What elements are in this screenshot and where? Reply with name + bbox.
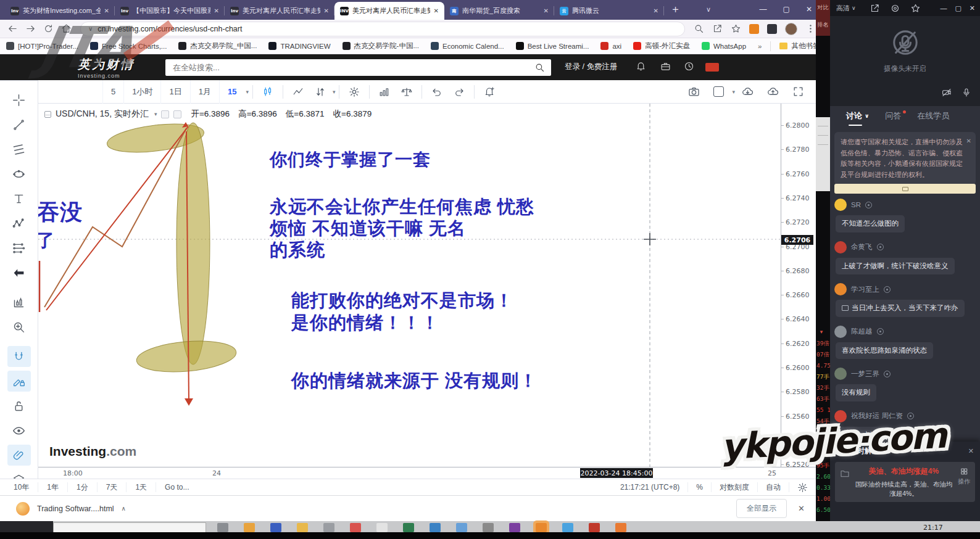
stream-record-icon[interactable] <box>890 3 900 14</box>
profile-avatar[interactable] <box>785 23 797 35</box>
other-bookmarks[interactable]: 其他书签 <box>779 41 816 51</box>
metamask-extension-icon[interactable] <box>749 24 759 34</box>
text-tool[interactable] <box>7 188 31 209</box>
reload-icon[interactable] <box>43 23 54 34</box>
tab-search-chevron-icon[interactable]: ∨ <box>706 6 711 14</box>
range-button[interactable]: 1分 <box>68 482 98 492</box>
trend-line-tool[interactable] <box>7 114 31 135</box>
camera-toggle-icon[interactable] <box>942 88 952 97</box>
chart-legend[interactable]: — USD/CNH, 15, 实时外汇 ▾ 开=6.3896高=6.3896低=… <box>44 109 372 120</box>
login-link[interactable]: 登录 / 免费注册 <box>565 62 617 72</box>
tab-close-icon[interactable]: ✕ <box>544 7 549 14</box>
taskbar-app-icon[interactable] <box>350 523 361 532</box>
tab-close-icon[interactable]: ✕ <box>104 7 109 14</box>
bookmark-item[interactable]: 杰克交易学院_中国... <box>178 41 257 51</box>
chart-plot-area[interactable]: — USD/CNH, 15, 实时外汇 ▾ 开=6.3896高=6.3896低=… <box>38 104 781 467</box>
collapse-legend-icon[interactable]: — <box>44 111 51 118</box>
maximize-button[interactable]: ▢ <box>783 5 790 14</box>
search-icon[interactable] <box>534 62 545 73</box>
investing-logo[interactable]: 英为财情 Investing.com <box>78 56 164 79</box>
layout-icon[interactable] <box>707 86 731 97</box>
legend-caret-icon[interactable]: ▾ <box>154 111 157 117</box>
compare-icon[interactable] <box>309 86 331 97</box>
taskbar-app-icon[interactable] <box>244 523 255 532</box>
tab-close-icon[interactable]: ✕ <box>434 7 439 14</box>
bookmark-star-icon[interactable] <box>731 23 741 34</box>
portfolio-icon[interactable] <box>660 61 671 72</box>
cloud-upload-icon[interactable] <box>760 86 786 97</box>
taskbar-app-icon[interactable] <box>536 523 547 532</box>
taskbar-app-icon[interactable] <box>430 523 441 532</box>
popup-close-icon[interactable]: ✕ <box>968 447 974 455</box>
downloaded-filename[interactable]: Trading Softwar....html <box>37 504 114 513</box>
taskbar-app-icon[interactable] <box>217 523 228 532</box>
tab-close-icon[interactable]: ✕ <box>654 7 658 14</box>
timeframe-caret-icon[interactable]: ▾ <box>246 89 249 95</box>
download-caret-icon[interactable]: ∧ <box>122 505 126 512</box>
draw-lock-tool[interactable] <box>7 371 31 392</box>
news-action[interactable]: 操作 <box>958 467 970 486</box>
log-scale-button[interactable]: 对数刻度 <box>711 482 757 492</box>
indicators-icon[interactable] <box>373 86 396 97</box>
bookmark-item[interactable]: Economic Calend... <box>431 42 504 50</box>
measure-tool[interactable] <box>7 292 31 313</box>
new-tab-button[interactable]: ＋ <box>670 2 681 16</box>
browser-tab[interactable]: 南南华期货_百度搜索✕ <box>444 2 554 20</box>
price-axis[interactable]: 6.28006.27806.27606.27406.27206.27006.26… <box>781 104 816 467</box>
taskbar-app-icon[interactable] <box>270 523 281 532</box>
zoom-in-tool[interactable] <box>7 316 31 337</box>
cloud-download-icon[interactable] <box>735 86 760 97</box>
bookmark-item[interactable]: Best Live Streami... <box>516 42 589 50</box>
address-bar[interactable]: ∨ cn.investing.com/currencies/usd-cnh-ch… <box>80 22 685 36</box>
undo-icon[interactable] <box>426 86 448 97</box>
site-info-icon[interactable]: ∨ <box>88 25 93 32</box>
taskbar-app-icon[interactable] <box>509 523 520 532</box>
bookmark-item[interactable]: 杰克交易学院-中国... <box>343 41 419 51</box>
taskbar-app-icon[interactable] <box>562 523 573 532</box>
news-card[interactable]: 美油、布油均涨超4% 国际油价持续走高，美油、布油均涨超4%。 操作 <box>835 462 975 502</box>
forward-icon[interactable] <box>25 23 36 34</box>
recent-clock-icon[interactable] <box>684 61 694 72</box>
timeframe-button[interactable]: 1日 <box>160 80 189 104</box>
stream-tab-讨论[interactable]: 讨论∨ <box>846 110 869 121</box>
back-icon[interactable] <box>7 23 18 34</box>
clock-label[interactable]: 21:17:21 (UTC+8) <box>612 482 687 492</box>
range-button[interactable]: 1年 <box>38 482 68 492</box>
stream-share-icon[interactable] <box>870 3 880 14</box>
timeframe-button[interactable]: 1月 <box>190 80 219 104</box>
redo-icon[interactable] <box>448 86 470 97</box>
legend-mini-icon[interactable] <box>161 110 169 118</box>
bookmark-item[interactable]: WhatsApp <box>702 42 746 50</box>
line-style-icon[interactable] <box>287 86 309 97</box>
taskbar-app-icon[interactable] <box>615 523 626 532</box>
taskbar-app-icon[interactable] <box>376 523 388 532</box>
site-search[interactable] <box>165 59 551 76</box>
shapes-tool[interactable] <box>7 163 31 184</box>
browser-tab[interactable]: Inv英为财情Investing.com_全...✕ <box>5 2 115 20</box>
timeframe-active[interactable]: 15 <box>219 80 244 104</box>
stream-tab-在线学员[interactable]: 在线学员 <box>917 110 949 121</box>
quality-selector[interactable]: 高清∨ <box>836 4 856 13</box>
stream-close-button[interactable]: ✕ <box>970 4 975 12</box>
taskbar-app-icon[interactable] <box>323 523 334 532</box>
site-search-input[interactable] <box>165 63 534 72</box>
tab-close-icon[interactable]: ✕ <box>324 7 329 14</box>
zoom-search-icon[interactable] <box>694 23 704 34</box>
link-tool[interactable] <box>7 445 31 466</box>
minimize-button[interactable]: — <box>760 5 767 14</box>
time-axis[interactable]: 18:002425 2022-03-24 18:45:00 <box>38 467 816 479</box>
browser-tab[interactable]: Inv【中国股市】今天中国股票...✕ <box>115 2 225 20</box>
extension-icon[interactable] <box>767 24 777 34</box>
taskbar-app-icon[interactable] <box>589 523 600 532</box>
notice-close-icon[interactable]: ✕ <box>966 136 971 146</box>
range-button[interactable]: 7天 <box>98 482 127 492</box>
browser-tab[interactable]: 云腾讯微云✕ <box>554 2 664 20</box>
tab-close-icon[interactable]: ✕ <box>214 7 219 14</box>
download-bar-close-icon[interactable]: ✕ <box>798 504 805 513</box>
timeframe-button[interactable]: 5 <box>102 80 123 104</box>
candles-icon[interactable] <box>257 86 279 97</box>
share-icon[interactable] <box>712 23 723 34</box>
flag-icon[interactable] <box>705 63 719 72</box>
back-arrow-tool[interactable] <box>7 262 31 283</box>
mic-toggle-icon[interactable] <box>961 88 971 97</box>
